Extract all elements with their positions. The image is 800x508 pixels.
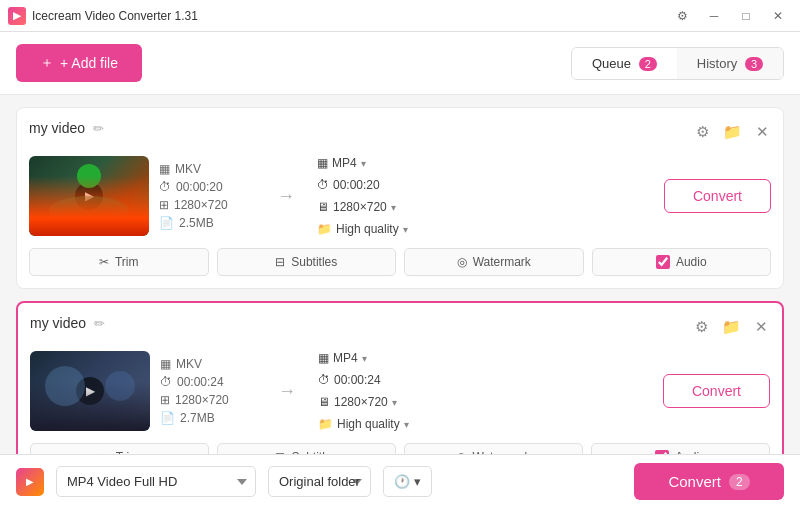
convert-count-badge: 2	[729, 474, 750, 490]
main-content: ＋ + Add file Queue 2 History 3 my video …	[0, 32, 800, 508]
video-name: my video	[30, 315, 86, 331]
source-duration: 00:00:20	[176, 180, 223, 194]
audio-toggle[interactable]: Audio	[591, 443, 770, 454]
close-icon-btn[interactable]: ✕	[754, 121, 771, 143]
source-format-item: ▦ MKV	[160, 357, 260, 371]
timer-dropdown-arrow: ▾	[414, 474, 421, 489]
dest-format-icon: ▦	[317, 156, 328, 170]
source-duration: 00:00:24	[177, 375, 224, 389]
audio-checkbox[interactable]	[656, 255, 670, 269]
add-file-button[interactable]: ＋ + Add file	[16, 44, 142, 82]
dest-duration: 00:00:24	[334, 373, 381, 387]
dest-quality-dropdown[interactable]: 📁 High quality ▾	[313, 220, 412, 238]
audio-toggle[interactable]: Audio	[592, 248, 772, 276]
source-resolution-item: ⊞ 1280×720	[160, 393, 260, 407]
source-size: 2.7MB	[180, 411, 215, 425]
file-icon: 📄	[159, 216, 174, 230]
history-tab[interactable]: History 3	[677, 48, 783, 79]
card-icons: ⚙ 📁 ✕	[693, 316, 770, 338]
trim-button[interactable]: ✂ Trim	[29, 248, 209, 276]
folder-icon-dest: 📁	[317, 222, 332, 236]
convert-button[interactable]: Convert	[663, 374, 770, 408]
dest-format-dropdown[interactable]: ▦ MP4 ▾	[313, 154, 412, 172]
maximize-button[interactable]: □	[732, 6, 760, 26]
dest-format-dropdown[interactable]: ▦ MP4 ▾	[314, 349, 413, 367]
watermark-button[interactable]: ◎ Watermark	[404, 443, 583, 454]
card-title-row: my video ✏	[30, 315, 105, 331]
chevron-down-icon-res: ▾	[391, 202, 396, 213]
format-icon: ▶	[16, 468, 44, 496]
dest-resolution-dropdown[interactable]: 🖥 1280×720 ▾	[313, 198, 412, 216]
res-icon: ⊞	[160, 393, 170, 407]
card-icons: ⚙ 📁 ✕	[694, 121, 771, 143]
settings-icon-btn[interactable]: ⚙	[694, 121, 711, 143]
trim-label: Trim	[115, 255, 139, 269]
monitor-icon: 🖥	[317, 200, 329, 214]
chevron-down-icon-res: ▾	[392, 397, 397, 408]
app-title: Icecream Video Converter 1.31	[32, 9, 198, 23]
main-convert-button[interactable]: Convert 2	[634, 463, 784, 500]
edit-icon[interactable]: ✏	[93, 121, 104, 136]
edit-icon[interactable]: ✏	[94, 316, 105, 331]
source-resolution: 1280×720	[175, 393, 229, 407]
monitor-icon: 🖥	[318, 395, 330, 409]
title-bar-controls: ⚙ ─ □ ✕	[668, 6, 792, 26]
arrow-icon: →	[278, 381, 296, 402]
status-bar: ▶ MP4 Video Full HD Original folder 🕐 ▾ …	[0, 454, 800, 508]
convert-button[interactable]: Convert	[664, 179, 771, 213]
dest-info: ▦ MP4 ▾ ⏱ 00:00:20 🖥 1280×720 ▾ 📁	[313, 154, 412, 238]
subtitles-icon: ⊟	[275, 255, 285, 269]
dest-duration: 00:00:20	[333, 178, 380, 192]
chevron-down-icon: ▾	[362, 353, 367, 364]
video-card: my video ✏ ⚙ 📁 ✕ ▶ ▦	[16, 107, 784, 289]
save-to-wrapper: Original folder	[268, 466, 371, 497]
source-size-item: 📄 2.7MB	[160, 411, 260, 425]
source-format-item: ▦ MKV	[159, 162, 259, 176]
res-icon: ⊞	[159, 198, 169, 212]
watermark-button[interactable]: ◎ Watermark	[404, 248, 584, 276]
minimize-button[interactable]: ─	[700, 6, 728, 26]
close-button[interactable]: ✕	[764, 6, 792, 26]
close-icon-btn[interactable]: ✕	[753, 316, 770, 338]
card-bottom: ✂ Trim ⊟ Subtitles ◎ Watermark Audio	[29, 248, 771, 276]
video-card: my video ✏ ⚙ 📁 ✕ ▶ ▦	[16, 301, 784, 454]
source-format: MKV	[176, 357, 202, 371]
dest-resolution-dropdown[interactable]: 🖥 1280×720 ▾	[314, 393, 413, 411]
card-bottom: ✂ Trim ⊟ Subtitles ◎ Watermark Audio	[30, 443, 770, 454]
dest-info: ▦ MP4 ▾ ⏱ 00:00:24 🖥 1280×720 ▾ 📁	[314, 349, 413, 433]
chevron-down-icon: ▾	[361, 158, 366, 169]
queue-badge: 2	[639, 57, 657, 71]
folder-icon-btn[interactable]: 📁	[720, 316, 743, 338]
title-bar: ▶ Icecream Video Converter 1.31 ⚙ ─ □ ✕	[0, 0, 800, 32]
scissors-icon: ✂	[99, 255, 109, 269]
source-resolution: 1280×720	[174, 198, 228, 212]
dest-resolution: 1280×720	[333, 200, 387, 214]
source-size: 2.5MB	[179, 216, 214, 230]
subtitles-button[interactable]: ⊟ Subtitles	[217, 443, 396, 454]
queue-tab[interactable]: Queue 2	[572, 48, 677, 79]
format-icon: ▦	[160, 357, 171, 371]
folder-icon-btn[interactable]: 📁	[721, 121, 744, 143]
folder-icon-dest: 📁	[318, 417, 333, 431]
timer-icon: 🕐	[394, 474, 410, 489]
toolbar: ＋ + Add file Queue 2 History 3	[0, 32, 800, 95]
timer-button[interactable]: 🕐 ▾	[383, 466, 432, 497]
clock-icon: ⏱	[160, 375, 172, 389]
dest-quality-dropdown[interactable]: 📁 High quality ▾	[314, 415, 413, 433]
settings-icon-btn[interactable]: ⚙	[693, 316, 710, 338]
dest-duration-item: ⏱ 00:00:24	[314, 371, 413, 389]
clock-icon-dest: ⏱	[317, 178, 329, 192]
video-name: my video	[29, 120, 85, 136]
save-to-selector[interactable]: Original folder	[268, 466, 371, 497]
subtitles-button[interactable]: ⊟ Subtitles	[217, 248, 397, 276]
source-duration-item: ⏱ 00:00:20	[159, 180, 259, 194]
subtitles-label: Subtitles	[291, 255, 337, 269]
history-label: History	[697, 56, 737, 71]
format-selector[interactable]: MP4 Video Full HD	[56, 466, 256, 497]
main-convert-label: Convert	[668, 473, 721, 490]
clock-icon: ⏱	[159, 180, 171, 194]
watermark-icon: ◎	[457, 255, 467, 269]
settings-button[interactable]: ⚙	[668, 6, 696, 26]
source-format: MKV	[175, 162, 201, 176]
trim-button[interactable]: ✂ Trim	[30, 443, 209, 454]
